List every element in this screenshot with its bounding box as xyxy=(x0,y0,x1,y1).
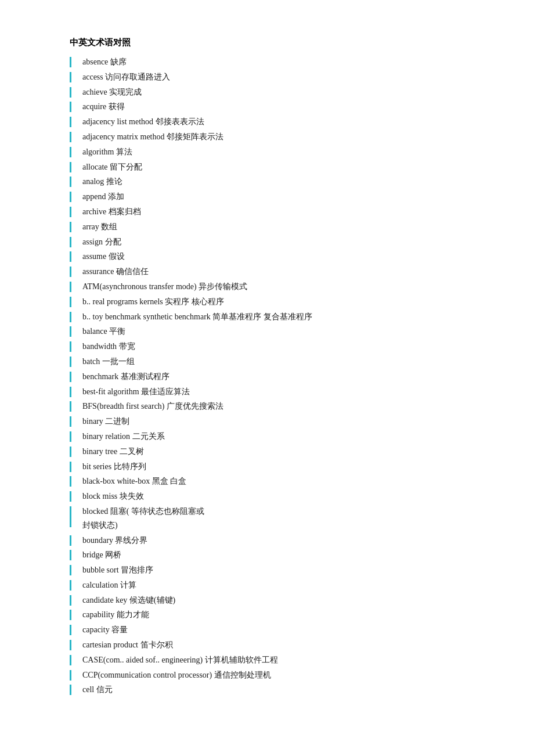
list-item: benchmark 基准测试程序 xyxy=(70,370,499,384)
list-item: append 添加 xyxy=(70,190,499,204)
list-item: candidate key 候选键(辅键) xyxy=(70,593,499,607)
list-item: bit series 比特序列 xyxy=(70,460,499,474)
list-item: cell 信元 xyxy=(70,683,499,697)
list-item: achieve 实现完成 xyxy=(70,85,499,99)
list-item: analog 推论 xyxy=(70,175,499,189)
list-item: assume 假设 xyxy=(70,250,499,264)
list-item: b.. real programs kernels 实程序 核心程序 xyxy=(70,295,499,309)
list-item: CASE(com.. aided sof.. engineering) 计算机辅… xyxy=(70,653,499,667)
list-item: CCP(communication control processor) 通信控… xyxy=(70,668,499,682)
list-item: binary 二进制 xyxy=(70,415,499,429)
list-item: absence 缺席 xyxy=(70,55,499,69)
list-item: balance 平衡 xyxy=(70,325,499,339)
list-item: adjacency list method 邻接表表示法 xyxy=(70,115,499,129)
list-item: archive 档案归档 xyxy=(70,205,499,219)
list-item: bridge 网桥 xyxy=(70,548,499,562)
glossary-list: absence 缺席access 访问存取通路进入achieve 实现完成acq… xyxy=(70,55,499,697)
list-item: binary tree 二叉树 xyxy=(70,445,499,459)
list-item: binary relation 二元关系 xyxy=(70,430,499,444)
list-item: capability 能力才能 xyxy=(70,608,499,622)
list-item: acquire 获得 xyxy=(70,100,499,114)
list-item: boundary 界线分界 xyxy=(70,534,499,548)
list-item: access 访问存取通路进入 xyxy=(70,70,499,84)
list-item: algorithm 算法 xyxy=(70,145,499,159)
list-item: assign 分配 xyxy=(70,235,499,249)
list-item: array 数组 xyxy=(70,220,499,234)
list-item: blocked 阻塞( 等待状态也称阻塞或封锁状态) xyxy=(70,505,499,532)
list-item: assurance 确信信任 xyxy=(70,265,499,279)
list-item: capacity 容量 xyxy=(70,623,499,637)
list-item: best-fit algorithm 最佳适应算法 xyxy=(70,385,499,399)
list-item: black-box white-box 黑盒 白盒 xyxy=(70,474,499,488)
list-item: block miss 块失效 xyxy=(70,489,499,503)
list-item: allocate 留下分配 xyxy=(70,160,499,174)
page-title: 中英文术语对照 xyxy=(70,35,499,51)
list-item: BFS(breadth first search) 广度优先搜索法 xyxy=(70,399,499,413)
list-item: bubble sort 冒泡排序 xyxy=(70,563,499,577)
list-item: ATM(asynchronous transfer mode) 异步传输模式 xyxy=(70,280,499,294)
list-item: adjacency matrix method 邻接矩阵表示法 xyxy=(70,130,499,144)
list-item: b.. toy benchmark synthetic benchmark 简单… xyxy=(70,310,499,324)
list-item: bandwidth 带宽 xyxy=(70,340,499,354)
list-item: calculation 计算 xyxy=(70,578,499,592)
list-item: batch 一批一组 xyxy=(70,355,499,369)
list-item: cartesian product 笛卡尔积 xyxy=(70,638,499,652)
